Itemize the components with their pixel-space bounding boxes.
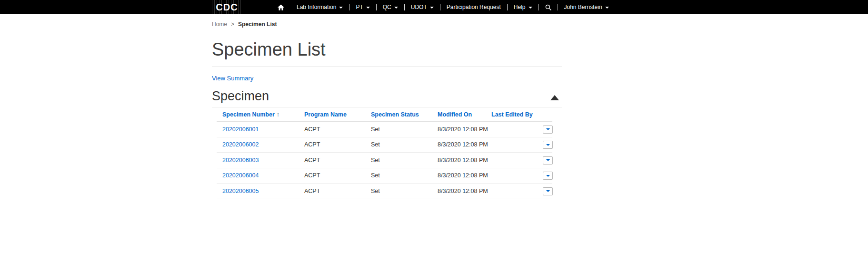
cdc-logo-text: CDC xyxy=(216,2,238,13)
cell-program-name: ACPT xyxy=(299,122,365,137)
chevron-down-icon xyxy=(394,7,398,9)
table-row: 20202006001 ACPT Set 8/3/2020 12:08 PM xyxy=(217,122,552,137)
row-actions-dropdown-button[interactable] xyxy=(543,187,553,195)
cell-program-name: ACPT xyxy=(299,137,365,153)
chevron-down-icon xyxy=(366,7,370,9)
chevron-down-icon xyxy=(546,190,550,192)
cell-specimen-status: Set xyxy=(365,168,432,184)
specimen-table: Specimen Number↑ Program Name Specimen S… xyxy=(217,107,552,199)
cell-specimen-status: Set xyxy=(365,153,432,168)
cell-modified-on: 8/3/2020 12:08 PM xyxy=(432,137,486,153)
nav-item-help[interactable]: Help xyxy=(508,0,539,14)
view-summary-link[interactable]: View Summary xyxy=(212,75,253,82)
cell-actions xyxy=(537,137,552,153)
main-nav: Lab Information PT QC UDOT Participation… xyxy=(271,0,615,14)
cell-specimen-number: 20202006001 xyxy=(217,122,299,137)
cell-actions xyxy=(537,153,552,168)
cell-specimen-number: 20202006002 xyxy=(217,137,299,153)
cell-actions xyxy=(537,122,552,137)
specimen-section-header: Specimen xyxy=(212,89,562,107)
cell-specimen-status: Set xyxy=(365,122,432,137)
cell-modified-on: 8/3/2020 12:08 PM xyxy=(432,153,486,168)
column-header-specimen-status[interactable]: Specimen Status xyxy=(365,107,432,122)
nav-item-qc[interactable]: QC xyxy=(377,0,404,14)
specimen-table-body: 20202006001 ACPT Set 8/3/2020 12:08 PM 2… xyxy=(217,122,552,199)
nav-item-home[interactable] xyxy=(271,0,290,14)
cell-modified-on: 8/3/2020 12:08 PM xyxy=(432,184,486,199)
table-row: 20202006002 ACPT Set 8/3/2020 12:08 PM xyxy=(217,137,552,153)
column-header-modified-on[interactable]: Modified On xyxy=(432,107,486,122)
chevron-down-icon xyxy=(430,7,434,9)
cell-program-name: ACPT xyxy=(299,184,365,199)
specimen-number-link[interactable]: 20202006001 xyxy=(222,126,259,133)
cell-specimen-number: 20202006004 xyxy=(217,168,299,184)
nav-item-label: QC xyxy=(383,4,391,10)
cell-program-name: ACPT xyxy=(299,168,365,184)
chevron-down-icon xyxy=(546,175,550,177)
cell-specimen-status: Set xyxy=(365,137,432,153)
specimen-table-header: Specimen Number↑ Program Name Specimen S… xyxy=(217,107,552,122)
user-name-label: John Bernstein xyxy=(564,4,602,10)
top-navigation-bar: CDC Lab Information PT QC UDOT P xyxy=(0,0,868,14)
search-icon xyxy=(545,4,551,10)
specimen-number-link[interactable]: 20202006004 xyxy=(222,172,259,179)
home-icon xyxy=(278,4,284,10)
cell-specimen-number: 20202006005 xyxy=(217,184,299,199)
specimen-number-link[interactable]: 20202006005 xyxy=(222,188,259,194)
breadcrumb-home-link[interactable]: Home xyxy=(212,21,227,28)
column-header-specimen-number[interactable]: Specimen Number↑ xyxy=(217,107,299,122)
nav-search[interactable] xyxy=(539,0,558,14)
cell-modified-on: 8/3/2020 12:08 PM xyxy=(432,122,486,137)
table-row: 20202006004 ACPT Set 8/3/2020 12:08 PM xyxy=(217,168,552,184)
breadcrumb-separator: > xyxy=(231,21,234,28)
cell-specimen-status: Set xyxy=(365,184,432,199)
section-title: Specimen xyxy=(212,89,269,104)
nav-item-label: Help xyxy=(514,4,526,10)
specimen-number-link[interactable]: 20202006002 xyxy=(222,141,259,148)
table-row: 20202006003 ACPT Set 8/3/2020 12:08 PM xyxy=(217,153,552,168)
row-actions-dropdown-button[interactable] xyxy=(543,172,553,180)
column-header-last-edited-by[interactable]: Last Edited By xyxy=(486,107,537,122)
breadcrumb-current: Specimen List xyxy=(238,21,277,28)
row-actions-dropdown-button[interactable] xyxy=(543,141,553,149)
chevron-down-icon xyxy=(546,159,550,161)
cell-program-name: ACPT xyxy=(299,153,365,168)
cell-last-edited-by xyxy=(486,137,537,153)
nav-item-lab-information[interactable]: Lab Information xyxy=(290,0,349,14)
column-header-program-name[interactable]: Program Name xyxy=(299,107,365,122)
row-actions-dropdown-button[interactable] xyxy=(543,126,553,134)
nav-item-participation-request[interactable]: Participation Request xyxy=(440,0,507,14)
nav-item-label: Participation Request xyxy=(447,4,501,10)
cell-actions xyxy=(537,168,552,184)
nav-item-udot[interactable]: UDOT xyxy=(405,0,440,14)
nav-user-menu[interactable]: John Bernstein xyxy=(558,0,615,14)
nav-item-label: PT xyxy=(356,4,363,10)
collapse-section-icon[interactable] xyxy=(550,95,559,100)
cell-last-edited-by xyxy=(486,168,537,184)
cell-last-edited-by xyxy=(486,153,537,168)
sort-ascending-icon: ↑ xyxy=(277,111,279,118)
cell-modified-on: 8/3/2020 12:08 PM xyxy=(432,168,486,184)
table-row: 20202006005 ACPT Set 8/3/2020 12:08 PM xyxy=(217,184,552,199)
page-content: Home > Specimen List Specimen List View … xyxy=(212,21,562,199)
nav-item-pt[interactable]: PT xyxy=(349,0,376,14)
page-title: Specimen List xyxy=(212,39,562,67)
row-actions-dropdown-button[interactable] xyxy=(543,156,553,164)
cell-actions xyxy=(537,184,552,199)
specimen-number-link[interactable]: 20202006003 xyxy=(222,157,259,164)
column-header-actions xyxy=(537,107,552,122)
cell-last-edited-by xyxy=(486,184,537,199)
column-header-label: Specimen Number xyxy=(222,111,275,118)
cell-specimen-number: 20202006003 xyxy=(217,153,299,168)
chevron-down-icon xyxy=(339,7,343,9)
cdc-logo[interactable]: CDC xyxy=(212,0,242,14)
chevron-down-icon xyxy=(546,144,550,146)
breadcrumb: Home > Specimen List xyxy=(212,21,562,28)
chevron-down-icon xyxy=(529,7,532,9)
nav-item-label: Lab Information xyxy=(297,4,336,10)
chevron-down-icon xyxy=(605,7,609,9)
cell-last-edited-by xyxy=(486,122,537,137)
chevron-down-icon xyxy=(546,128,550,130)
nav-item-label: UDOT xyxy=(411,4,427,10)
